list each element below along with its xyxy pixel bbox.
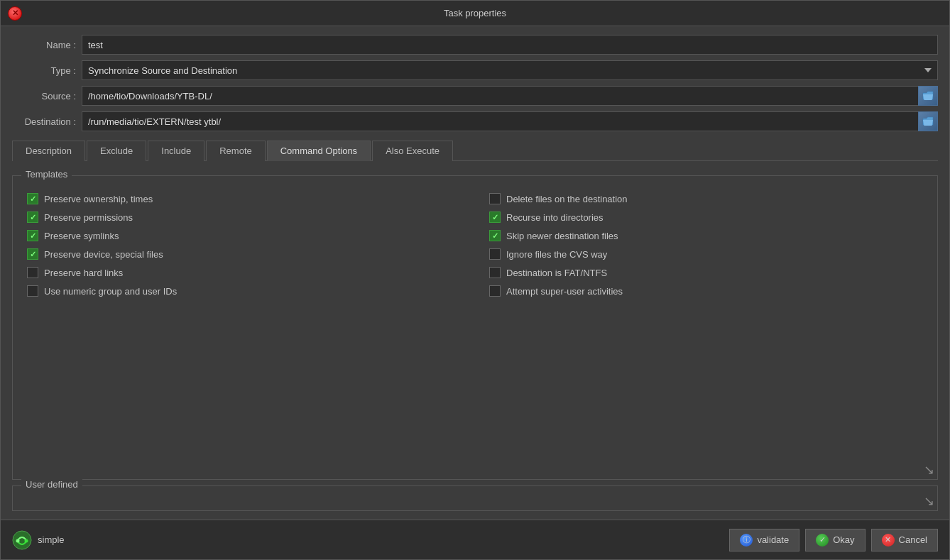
- checkbox-fat-ntfs: Destination is FAT/NTFS: [489, 267, 923, 278]
- destination-input[interactable]: [82, 111, 918, 131]
- user-defined-title: User defined: [21, 479, 82, 490]
- destination-row: Destination :: [12, 111, 938, 131]
- type-label: Type :: [12, 65, 76, 76]
- cancel-icon: ✕: [882, 534, 895, 547]
- folder-icon: [922, 91, 934, 101]
- source-label: Source :: [12, 91, 76, 101]
- checkbox-ignore-cvs-label: Ignore files the CVS way: [506, 249, 607, 260]
- checkbox-preserve-ownership: Preserve ownership, times: [27, 193, 461, 204]
- svg-point-2: [25, 539, 28, 542]
- checkbox-recurse-dirs-label: Recurse into directories: [506, 212, 604, 223]
- checkbox-fat-ntfs-input[interactable]: [489, 267, 501, 278]
- checkbox-preserve-hard-links-input[interactable]: [27, 267, 38, 278]
- templates-title: Templates: [21, 169, 72, 180]
- destination-input-group: [82, 111, 938, 131]
- tab-include[interactable]: Include: [148, 141, 204, 161]
- checkbox-numeric-ids-input[interactable]: [27, 285, 38, 297]
- tab-remote[interactable]: Remote: [206, 141, 266, 161]
- footer: simple ⓘ validate ✓ Okay ✕ Cancel: [1, 520, 949, 559]
- source-row: Source :: [12, 86, 938, 106]
- checkbox-preserve-permissions-input[interactable]: [27, 212, 38, 223]
- checkbox-fat-ntfs-label: Destination is FAT/NTFS: [506, 268, 607, 278]
- checkbox-delete-files-label: Delete files on the destination: [506, 194, 628, 204]
- simple-icon: [12, 530, 32, 550]
- svg-point-1: [16, 539, 20, 542]
- cancel-label: Cancel: [899, 534, 927, 545]
- checkbox-preserve-hard-links: Preserve hard links: [27, 267, 461, 278]
- footer-left: simple: [12, 530, 65, 550]
- checkbox-preserve-hard-links-label: Preserve hard links: [44, 268, 123, 278]
- checkbox-recurse-dirs: Recurse into directories: [489, 212, 923, 223]
- templates-corner-icon: ↘: [924, 463, 934, 476]
- checkbox-ignore-cvs: Ignore files the CVS way: [489, 248, 923, 260]
- tab-bar: Description Exclude Include Remote Comma…: [12, 140, 938, 161]
- main-window: ✕ Task properties Name : Type : Synchron…: [0, 0, 950, 560]
- source-input-group: [82, 86, 938, 106]
- checkbox-numeric-ids: Use numeric group and user IDs: [27, 285, 461, 297]
- validate-icon: ⓘ: [740, 534, 753, 547]
- name-input[interactable]: [82, 35, 938, 55]
- checkbox-delete-files: Delete files on the destination: [489, 193, 923, 204]
- checkbox-preserve-symlinks: Preserve symlinks: [27, 230, 461, 241]
- folder-icon: [922, 116, 934, 126]
- checkbox-preserve-symlinks-label: Preserve symlinks: [44, 231, 119, 241]
- cancel-button[interactable]: ✕ Cancel: [871, 529, 938, 551]
- checkbox-preserve-device-label: Preserve device, special files: [44, 249, 163, 260]
- window-title: Task properties: [444, 8, 506, 18]
- checkbox-delete-files-input[interactable]: [489, 193, 501, 204]
- tab-command-options[interactable]: Command Options: [267, 141, 371, 161]
- templates-section: Templates ↘ Preserve ownership, times Pr…: [12, 175, 938, 480]
- tab-also-execute[interactable]: Also Execute: [372, 141, 453, 161]
- name-label: Name :: [12, 40, 76, 50]
- type-row: Type : Synchronize Source and Destinatio…: [12, 60, 938, 80]
- tab-exclude[interactable]: Exclude: [87, 141, 146, 161]
- checkbox-preserve-permissions: Preserve permissions: [27, 212, 461, 223]
- checkbox-preserve-permissions-label: Preserve permissions: [44, 212, 133, 223]
- checkbox-super-user-label: Attempt super-user activities: [506, 286, 623, 297]
- checkbox-preserve-ownership-input[interactable]: [27, 193, 38, 204]
- checkbox-preserve-device-input[interactable]: [27, 248, 38, 260]
- checkbox-preserve-ownership-label: Preserve ownership, times: [44, 194, 153, 204]
- tab-description[interactable]: Description: [12, 141, 85, 161]
- validate-label: validate: [757, 534, 789, 545]
- simple-label: simple: [38, 534, 65, 545]
- okay-icon: ✓: [816, 534, 829, 547]
- close-button[interactable]: ✕: [8, 6, 22, 21]
- checkboxes-grid: Preserve ownership, times Preserve permi…: [27, 187, 923, 297]
- tab-content-area: Templates ↘ Preserve ownership, times Pr…: [12, 167, 938, 511]
- destination-browse-button[interactable]: [918, 111, 938, 131]
- source-browse-button[interactable]: [918, 86, 938, 106]
- checkboxes-left-col: Preserve ownership, times Preserve permi…: [27, 193, 461, 297]
- checkbox-recurse-dirs-input[interactable]: [489, 212, 501, 223]
- checkboxes-right-col: Delete files on the destination Recurse …: [489, 193, 923, 297]
- checkbox-super-user: Attempt super-user activities: [489, 285, 923, 297]
- checkbox-ignore-cvs-input[interactable]: [489, 248, 501, 260]
- checkbox-preserve-device: Preserve device, special files: [27, 248, 461, 260]
- checkbox-super-user-input[interactable]: [489, 285, 501, 297]
- titlebar: ✕ Task properties: [1, 1, 949, 26]
- svg-point-0: [13, 531, 31, 549]
- footer-right: ⓘ validate ✓ Okay ✕ Cancel: [729, 529, 938, 551]
- checkbox-skip-newer-input[interactable]: [489, 230, 501, 241]
- content-area: Name : Type : Synchronize Source and Des…: [1, 26, 949, 520]
- type-select[interactable]: Synchronize Source and Destination Copy …: [82, 60, 938, 80]
- name-row: Name :: [12, 35, 938, 55]
- user-defined-corner-icon: ↘: [924, 495, 934, 507]
- checkbox-skip-newer: Skip newer destination files: [489, 230, 923, 241]
- okay-button[interactable]: ✓ Okay: [805, 529, 865, 551]
- validate-button[interactable]: ⓘ validate: [729, 529, 799, 551]
- okay-label: Okay: [833, 534, 854, 545]
- checkbox-numeric-ids-label: Use numeric group and user IDs: [44, 286, 177, 297]
- checkbox-preserve-symlinks-input[interactable]: [27, 230, 38, 241]
- source-input[interactable]: [82, 86, 918, 106]
- user-defined-section: User defined ↘: [12, 485, 938, 511]
- destination-label: Destination :: [12, 116, 76, 127]
- checkbox-skip-newer-label: Skip newer destination files: [506, 231, 618, 241]
